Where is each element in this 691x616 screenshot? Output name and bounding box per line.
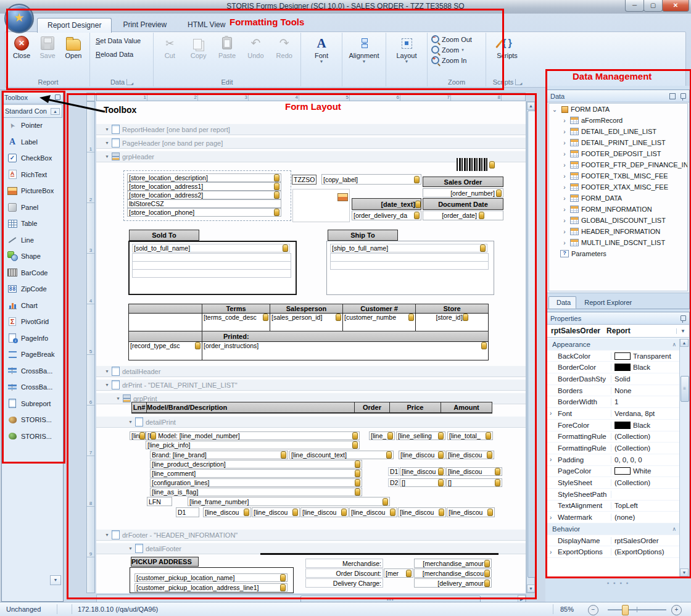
label-d1[interactable]: D1 — [388, 467, 399, 476]
horizontal-scrollbar[interactable]: ▪▪▪ ▶ — [96, 594, 526, 602]
field-line-discount[interactable]: [line_discou — [398, 507, 446, 517]
property-row[interactable]: › BorderColor Black — [547, 362, 680, 373]
label-delivery-charge[interactable]: Delivery Charge: — [305, 578, 383, 588]
label-merchandise[interactable]: Merchandise: — [305, 559, 383, 568]
toolbox-item[interactable]: STORIS... — [2, 412, 63, 428]
toolbox-item[interactable]: CrossBa... — [2, 363, 63, 380]
field-sold-to-full-name[interactable]: [sold_to_full_name] — [132, 244, 290, 252]
property-row[interactable]: › FormattingRule (Collection) — [547, 431, 680, 443]
toolbox-item[interactable]: BarCode — [2, 265, 63, 281]
field-line-frame-number[interactable]: [line_frame_number] — [188, 497, 390, 506]
field-merchandise-discount[interactable]: [merchandise_discou — [414, 568, 492, 578]
window-close-button[interactable]: ✕ — [662, 0, 689, 12]
toolbox-item[interactable]: PageBreak — [2, 346, 63, 363]
panel-splitter[interactable]: ▪ ▪ ▪ ▪ — [545, 580, 691, 586]
copy-button[interactable]: Copy — [186, 34, 212, 59]
ribbon-tab[interactable]: Print Preview — [113, 18, 176, 33]
band-report-header[interactable]: ▼ReportHeader [one band per report] — [96, 123, 526, 135]
field-sales-person-id[interactable]: [sales_person_id] — [270, 313, 343, 331]
toolbox-item[interactable]: STORIS... — [2, 428, 63, 445]
column-header-salesperson[interactable]: Salesperson — [270, 304, 343, 314]
expander-icon[interactable]: › — [561, 173, 568, 180]
table-cell-blank[interactable] — [128, 313, 202, 331]
tree-item[interactable]: › FOOTER_FTR_DEP_FINANCE_INFO — [549, 159, 687, 170]
field-ship-to-full-name[interactable]: [ship_to_full_name] — [330, 244, 487, 252]
column-header-customer[interactable]: Customer # — [342, 304, 416, 314]
maximize-panel-icon[interactable] — [669, 93, 676, 99]
table-cell-blank[interactable] — [128, 331, 202, 342]
field-store-location-description[interactable]: [store_location_description] — [127, 173, 281, 182]
zoom-out-button[interactable]: Zoom Out — [429, 34, 474, 44]
field-line-pick-info[interactable]: [line_pick_info] — [146, 441, 360, 449]
property-row[interactable]: › PageColor White — [547, 466, 680, 478]
expander-icon[interactable]: › — [561, 162, 568, 169]
property-row[interactable]: › Font Verdana, 8pt — [547, 408, 680, 420]
field-configuration-lines[interactable]: [configuration_lines] — [150, 478, 362, 487]
field-order-instructions[interactable]: [order_instructions] — [202, 341, 489, 360]
application-orb-icon[interactable]: ★ — [4, 4, 34, 33]
maximize-button[interactable]: ▢ — [643, 0, 663, 12]
property-row[interactable]: › Appearance ∧ — [547, 339, 680, 351]
ribbon-tab[interactable]: Report Designer — [37, 18, 112, 33]
property-row[interactable]: › Borders None — [547, 385, 680, 397]
alignment-button[interactable]: Alignment▼ — [346, 34, 382, 63]
header-printed[interactable]: Printed: — [202, 331, 489, 342]
toolbox-category[interactable]: Standard Con▲ — [2, 104, 62, 118]
toolbox-item[interactable]: Shape — [2, 248, 63, 265]
field-line-discount[interactable]: [line_discou — [349, 507, 397, 517]
field-empty-brackets[interactable]: [] — [400, 478, 445, 487]
pin-icon[interactable] — [681, 93, 686, 99]
pin-icon[interactable] — [681, 315, 686, 321]
field-line-discount[interactable]: [line_discou — [446, 451, 494, 459]
property-row[interactable]: › StyleSheet (Collection) — [547, 477, 680, 489]
tree-item[interactable]: Parameters — [549, 248, 687, 259]
field-store-location-phone[interactable]: [store_location_phone] — [127, 208, 281, 217]
toolbox-item[interactable]: Table — [2, 215, 63, 232]
expand-icon[interactable]: › — [550, 410, 552, 417]
tree-item[interactable]: › FORM_INFORMATION — [549, 204, 687, 215]
field-terms-code-desc[interactable]: [terms_code_desc — [202, 313, 270, 331]
pin-icon[interactable] — [55, 94, 60, 100]
tree-item[interactable]: › DETAIL_PRINT_LINE_LIST — [549, 137, 687, 148]
empty-line-object[interactable] — [330, 253, 489, 262]
column-header-amount[interactable]: Amount — [441, 402, 492, 414]
toolbox-item[interactable]: Line — [2, 232, 63, 249]
zoom-slider-thumb[interactable] — [622, 605, 629, 615]
label-d2[interactable]: D2 — [388, 478, 399, 487]
column-header-terms[interactable]: Terms — [202, 304, 270, 314]
header-sold-to[interactable]: Sold To — [129, 230, 199, 241]
properties-scrollbar[interactable]: ▲ ≡ ▼ — [679, 339, 689, 576]
field-line-discount[interactable]: [line_discou — [400, 467, 445, 476]
property-row[interactable]: › Behavior ∧ — [547, 523, 680, 535]
label-d1[interactable]: D1 — [176, 507, 199, 517]
toolbox-item[interactable]: PageInfo — [2, 330, 63, 347]
header-pickup-address[interactable]: PICKUP ADDRESS — [131, 557, 199, 567]
band-dr-footer[interactable]: ▼drFooter - "HEADER_INFORMATION" — [96, 529, 526, 541]
column-header-store[interactable]: Store — [415, 304, 489, 314]
minimize-button[interactable]: ─ — [625, 0, 644, 12]
toolbox-scroll-down-icon[interactable]: ▼ — [50, 575, 61, 585]
property-row[interactable]: › BorderDashSty Solid — [547, 373, 680, 385]
zoom-out-button[interactable]: − — [588, 605, 598, 615]
empty-line-object[interactable] — [330, 261, 489, 270]
expander-icon[interactable]: › — [561, 239, 568, 246]
column-header-model[interactable]: Model/Brand/Description — [146, 402, 355, 414]
tree-item[interactable]: › HEADER_INFORMATION — [549, 226, 687, 237]
toolbox-item[interactable]: PivotGrid — [2, 314, 63, 330]
label-lfn[interactable]: LFN — [147, 497, 172, 506]
property-row[interactable]: › TextAlignment TopLeft — [547, 501, 680, 512]
field-date-text[interactable]: [date_text] — [352, 198, 421, 210]
scripts-button[interactable]: { }Scripts — [494, 34, 520, 59]
barcode-object[interactable] — [457, 158, 489, 171]
field-delivery-amount[interactable]: [delivery_amour — [414, 578, 492, 588]
field-line-discount[interactable]: [line_discou — [300, 507, 349, 517]
expand-icon[interactable]: › — [550, 456, 552, 463]
toolbox-item[interactable]: Label — [2, 134, 63, 151]
set-data-value-button[interactable]: Set Data Value — [92, 34, 144, 48]
table-cell-blank[interactable] — [128, 304, 202, 314]
collapse-category-icon[interactable]: ∧ — [672, 341, 676, 348]
layout-button[interactable]: Layout▼ — [394, 34, 420, 63]
field-customer-pickup-location-address[interactable]: [customer_pickup_location_address_line1] — [134, 583, 288, 592]
header-ship-to[interactable]: Ship To — [328, 230, 398, 241]
field-brand-line[interactable]: Brand: [line_brand] — [150, 451, 288, 459]
